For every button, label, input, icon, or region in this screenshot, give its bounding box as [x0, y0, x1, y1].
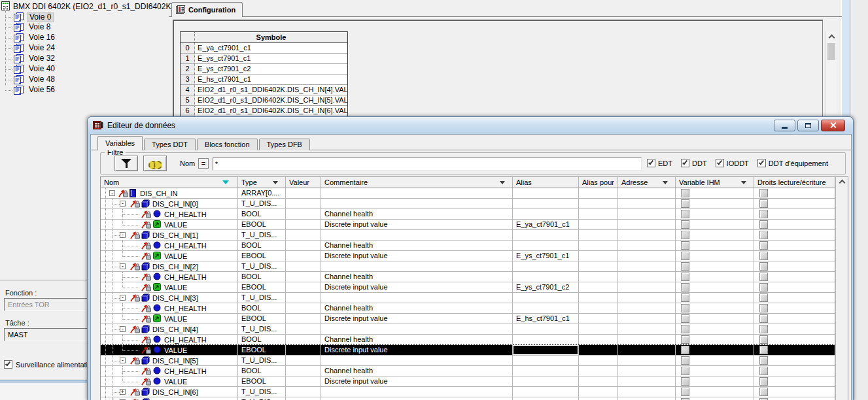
- hmi-variable-button[interactable]: [681, 325, 689, 333]
- rights-button[interactable]: [759, 356, 768, 365]
- tache-field[interactable]: MAST: [4, 328, 87, 341]
- hmi-variable-button[interactable]: [681, 314, 689, 323]
- collapse-toggle[interactable]: -: [120, 326, 126, 332]
- tree-item-voie-48[interactable]: Voie 48: [0, 75, 170, 85]
- hmi-variable-button[interactable]: [681, 377, 689, 386]
- tree-item-label[interactable]: Voie 0: [27, 12, 54, 22]
- hmi-variable-button[interactable]: [681, 241, 689, 250]
- grid-row-value[interactable]: VALUEEBOOLDiscrete input value: [101, 345, 835, 356]
- tree-item-voie-32[interactable]: Voie 32: [0, 54, 170, 64]
- grid-row-dis-ch-in-3[interactable]: -DIS_CH_IN[3]T_U_DIS...: [101, 293, 835, 303]
- alias-cell[interactable]: [513, 345, 579, 355]
- filter-name-input[interactable]: [213, 158, 642, 171]
- symbol-row-value[interactable]: EIO2_d1_r0_s1_DDI6402K.DIS_CH_IN[4].VALU…: [195, 85, 347, 95]
- grid-row-value[interactable]: VALUEEBOOLDiscrete input valueE_ys_ct790…: [101, 282, 835, 293]
- collapse-toggle[interactable]: -: [120, 201, 126, 207]
- hmi-variable-button[interactable]: [681, 388, 689, 396]
- checkbox-box[interactable]: [681, 159, 689, 167]
- rights-button[interactable]: [759, 241, 768, 250]
- grid-row-ch-health[interactable]: CH_HEALTHBOOLChannel health: [101, 272, 835, 282]
- grid-row-dis-ch-in-2[interactable]: -DIS_CH_IN[2]T_U_DIS...: [101, 261, 835, 272]
- symbol-row[interactable]: 4EIO2_d1_r0_s1_DDI6402K.DIS_CH_IN[4].VAL…: [181, 85, 347, 95]
- checkbox-box[interactable]: [716, 159, 724, 167]
- close-button[interactable]: [821, 120, 845, 131]
- symbol-row-value[interactable]: E_ya_ct7901_c1: [195, 43, 347, 53]
- hmi-variable-button[interactable]: [681, 252, 689, 260]
- hmi-variable-button[interactable]: [681, 293, 689, 302]
- rights-button[interactable]: [759, 262, 768, 271]
- tab-types-dfb[interactable]: Types DFB: [259, 139, 310, 150]
- tree-item-label[interactable]: Voie 40: [27, 65, 57, 73]
- column-header-valeur[interactable]: Valeur: [286, 177, 321, 188]
- symbol-row[interactable]: 6EIO2_d1_r0_s1_DDI6402K.DIS_CH_IN[6].VAL…: [181, 106, 347, 116]
- rights-button[interactable]: [759, 346, 768, 354]
- scroll-up-icon[interactable]: [828, 35, 835, 41]
- filter-settings-button[interactable]: [143, 156, 167, 171]
- hmi-variable-button[interactable]: [681, 304, 689, 312]
- tab-blocs-fonction[interactable]: Blocs fonction: [197, 139, 257, 150]
- checkbox-ddt[interactable]: DDT: [681, 159, 707, 167]
- grid-row-dis-ch-in[interactable]: -DIS_CH_INARRAY[0....: [101, 188, 835, 199]
- tree-item-voie-8[interactable]: Voie 8: [0, 22, 170, 33]
- symbol-row[interactable]: 5EIO2_d1_r0_s1_DDI6402K.DIS_CH_IN[5].VAL…: [181, 95, 347, 106]
- hmi-variable-button[interactable]: [681, 189, 689, 197]
- hmi-variable-button[interactable]: [681, 231, 689, 239]
- collapse-toggle[interactable]: -: [109, 190, 115, 196]
- hmi-variable-button[interactable]: [681, 367, 689, 375]
- grid-vertical-scrollbar[interactable]: [835, 177, 848, 400]
- hmi-variable-button[interactable]: [681, 346, 689, 354]
- grid-row-value[interactable]: VALUEEBOOLDiscrete input valueE_ys_ct790…: [101, 251, 835, 261]
- tree-item-voie-16[interactable]: Voie 16: [0, 33, 170, 43]
- hmi-variable-button[interactable]: [681, 210, 689, 218]
- symbol-row-value[interactable]: E_ys_ct7901_c1: [195, 54, 347, 63]
- hmi-variable-button[interactable]: [681, 273, 689, 281]
- grid-row-dis-ch-in-6[interactable]: +DIS_CH_IN[6]T_U_DIS...: [101, 387, 835, 397]
- rights-button[interactable]: [759, 231, 768, 239]
- symbol-row-value[interactable]: EIO2_d1_r0_s1_DDI6402K.DIS_CH_IN[5].VALU…: [195, 95, 347, 105]
- grid-row-value[interactable]: VALUEEBOOLDiscrete input valueE_hs_ct790…: [101, 314, 835, 324]
- column-header-alias[interactable]: Alias: [513, 177, 579, 188]
- rights-button[interactable]: [759, 273, 768, 281]
- rights-button[interactable]: [759, 293, 768, 302]
- rights-button[interactable]: [759, 325, 768, 333]
- symbol-row[interactable]: 2E_ys_ct7901_c2: [181, 64, 347, 75]
- minimize-button[interactable]: [774, 120, 795, 131]
- rights-button[interactable]: [759, 189, 768, 197]
- rights-button[interactable]: [759, 210, 768, 218]
- rights-button[interactable]: [759, 283, 768, 292]
- hmi-variable-button[interactable]: [681, 356, 689, 365]
- grid-row-ch-health[interactable]: CH_HEALTHBOOLChannel health: [101, 241, 835, 251]
- symbol-row-value[interactable]: EIO2_d1_r0_s1_DDI6402K.DIS_CH_IN[6].VALU…: [195, 106, 347, 116]
- symbol-row-value[interactable]: E_hs_ct7901_c1: [195, 75, 347, 84]
- grid-row-ch-health[interactable]: CH_HEALTHBOOLChannel health: [101, 303, 835, 314]
- tree-item-label[interactable]: Voie 48: [27, 75, 57, 84]
- symbol-row-value[interactable]: E_ys_ct7901_c2: [195, 64, 347, 74]
- hmi-variable-button[interactable]: [681, 283, 689, 292]
- rights-button[interactable]: [759, 220, 768, 229]
- tree-root-module[interactable]: BMX DDI 6402K (EIO2_d1_r0_s1_DDI6402K): [1, 1, 173, 12]
- rights-button[interactable]: [759, 335, 768, 344]
- grid-row-ch-health[interactable]: CH_HEALTHBOOLChannel health: [101, 209, 835, 220]
- column-header-nom[interactable]: Nom: [101, 177, 238, 188]
- grid-row-ch-health[interactable]: CH_HEALTHBOOLChannel health: [101, 335, 835, 345]
- tree-item-voie-24[interactable]: Voie 24: [0, 43, 170, 54]
- column-header-alias-pour[interactable]: Alias pour: [579, 177, 618, 188]
- filter-dropdown-icon[interactable]: [663, 181, 668, 184]
- grid-row-dis-ch-in-0[interactable]: -DIS_CH_IN[0]T_U_DIS...: [101, 199, 835, 209]
- expand-toggle[interactable]: +: [120, 389, 126, 395]
- dialog-titlebar[interactable]: Editeur de données: [88, 117, 853, 133]
- tree-item-voie-40[interactable]: Voie 40: [0, 64, 170, 75]
- collapse-toggle[interactable]: -: [120, 232, 126, 238]
- tree-item-label[interactable]: Voie 32: [27, 54, 57, 63]
- filter-dropdown-icon[interactable]: [500, 181, 505, 184]
- grid-scroll-up-icon[interactable]: [839, 180, 845, 186]
- rights-button[interactable]: [759, 377, 768, 386]
- scrollbar-thumb[interactable]: [827, 43, 835, 60]
- tree-item-voie-0[interactable]: Voie 0: [0, 12, 170, 22]
- grid-row-dis-ch-in-5[interactable]: -DIS_CH_IN[5]T_U_DIS...: [101, 356, 835, 366]
- filter-button[interactable]: [114, 156, 138, 171]
- tab-variables[interactable]: Variables: [97, 136, 143, 150]
- column-header-droits-lecture-criture[interactable]: Droits lecture/écriture: [754, 177, 835, 188]
- filter-dropdown-icon[interactable]: [741, 181, 746, 184]
- filter-dropdown-icon[interactable]: [273, 181, 278, 184]
